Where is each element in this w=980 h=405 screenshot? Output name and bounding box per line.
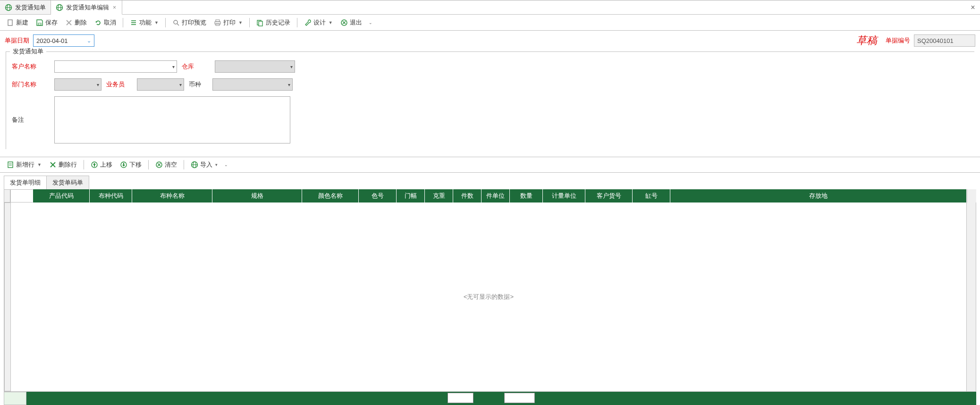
- row-indicator-header: [4, 189, 10, 202]
- new-button[interactable]: 新建: [4, 17, 31, 28]
- column-header-vat_no[interactable]: 缸号: [633, 189, 670, 202]
- column-header-color_no[interactable]: 色号: [359, 189, 397, 202]
- column-header-weight[interactable]: 克重: [425, 189, 453, 202]
- svg-line-14: [177, 24, 179, 25]
- history-icon: [256, 19, 264, 26]
- column-header-qty[interactable]: 数量: [510, 189, 543, 202]
- footer-cell-location: [664, 392, 976, 405]
- column-header-pieces[interactable]: 件数: [453, 189, 482, 202]
- functions-button[interactable]: 功能 ▼: [127, 17, 161, 28]
- tab-shipping-notice-edit[interactable]: 发货通知单编辑 ×: [51, 0, 122, 15]
- chevron-down-icon: ▼: [154, 20, 159, 25]
- column-header-cloth_name[interactable]: 布种名称: [132, 189, 212, 202]
- save-button[interactable]: 保存: [33, 17, 60, 28]
- chevron-down-icon: ▼: [37, 162, 42, 167]
- add-row-button[interactable]: 新增行 ▼: [4, 159, 44, 170]
- delete-button[interactable]: 删除: [62, 17, 90, 28]
- clear-icon: [155, 161, 163, 169]
- tab-shipping-notice[interactable]: 发货通知单: [0, 0, 51, 14]
- chevron-down-icon: ⌄: [87, 38, 91, 44]
- currency-combo[interactable]: ▾: [212, 78, 293, 91]
- design-button[interactable]: 设计 ▼: [301, 17, 336, 28]
- delete-row-icon: [49, 161, 57, 169]
- vertical-scrollbar[interactable]: [966, 202, 976, 391]
- detail-toolbar: 新增行 ▼ 删除行 上移 下移 清空 导入 ▾ ⌄: [0, 157, 980, 173]
- chevron-down-icon: ▾: [179, 82, 182, 87]
- history-button[interactable]: 历史记录: [253, 17, 293, 28]
- chevron-down-icon: ▾: [290, 64, 293, 69]
- svg-rect-15: [216, 20, 220, 22]
- column-header-unit[interactable]: 计量单位: [543, 189, 585, 202]
- import-button[interactable]: 导入 ▾: [188, 159, 220, 170]
- tab-label: 发货通知单编辑: [66, 3, 109, 12]
- arrow-up-icon: [91, 161, 98, 169]
- column-header-product_code[interactable]: 产品代码: [33, 189, 90, 202]
- warehouse-label: 仓库: [182, 62, 210, 71]
- arrow-down-icon: [120, 161, 127, 169]
- move-down-button[interactable]: 下移: [117, 159, 144, 170]
- department-combo[interactable]: ▾: [54, 78, 101, 91]
- date-input[interactable]: 2020-04-01 ⌄: [33, 34, 94, 47]
- tab-detail[interactable]: 发货单明细: [4, 176, 47, 189]
- separator: [123, 18, 123, 27]
- chevron-down-icon: ▾: [288, 82, 290, 87]
- globe-icon: [56, 4, 63, 11]
- remarks-input[interactable]: [54, 96, 290, 143]
- customer-label: 客户名称: [12, 62, 50, 71]
- exit-button[interactable]: 退出: [338, 17, 365, 28]
- overflow-icon[interactable]: ⌄: [369, 20, 372, 25]
- status-stamp: 草稿: [856, 34, 877, 48]
- window-close-button[interactable]: ×: [966, 0, 980, 14]
- separator: [297, 18, 297, 27]
- form-fieldset: 发货通知单 客户名称 ▾ 仓库 ▾ 部门名称 ▾ 业务员 ▾ 币种 ▾ 备注: [6, 51, 974, 149]
- clear-button[interactable]: 清空: [152, 159, 180, 170]
- header-row: 单据日期 2020-04-01 ⌄ 草稿 单据编号 SQ20040101: [0, 31, 980, 51]
- salesman-label: 业务员: [106, 80, 132, 89]
- column-header-location[interactable]: 存放地: [670, 189, 967, 202]
- close-icon[interactable]: ×: [112, 4, 117, 11]
- footer-cell-cloth_name: [126, 392, 206, 405]
- cancel-button[interactable]: 取消: [92, 17, 119, 28]
- column-header-rowsel[interactable]: [10, 189, 33, 202]
- chevron-down-icon: ▾: [97, 82, 99, 87]
- detail-tabs: 发货单明细 发货单码单: [0, 173, 980, 189]
- svg-rect-19: [259, 21, 262, 26]
- chevron-down-icon: ▾: [215, 162, 218, 167]
- column-header-cloth_code[interactable]: 布种代码: [90, 189, 132, 202]
- customer-combo[interactable]: ▾: [54, 60, 177, 73]
- column-header-color_name[interactable]: 颜色名称: [302, 189, 359, 202]
- delete-row-button[interactable]: 删除行: [46, 159, 80, 170]
- separator: [184, 160, 184, 169]
- footer-cell-qty: [503, 392, 536, 405]
- grid-footer: [26, 392, 976, 405]
- warehouse-combo[interactable]: ▾: [215, 60, 295, 73]
- tab-label: 发货通知单: [15, 3, 46, 12]
- undo-icon: [94, 19, 102, 26]
- remarks-label: 备注: [12, 116, 50, 124]
- row-indicator-col: [4, 202, 11, 391]
- separator: [148, 160, 149, 169]
- print-icon: [214, 19, 221, 26]
- footer-sum-pieces: [448, 393, 473, 403]
- salesman-combo[interactable]: ▾: [137, 78, 184, 91]
- footer-cell-pieces: [447, 392, 475, 405]
- print-preview-button[interactable]: 打印预览: [169, 17, 209, 28]
- move-up-button[interactable]: 上移: [88, 159, 115, 170]
- column-header-spec[interactable]: 规格: [212, 189, 302, 202]
- print-button[interactable]: 打印 ▼: [211, 17, 245, 28]
- new-icon: [7, 19, 14, 26]
- overflow-icon[interactable]: ⌄: [224, 162, 228, 167]
- separator: [84, 160, 84, 169]
- column-header-customer_sku[interactable]: 客户货号: [585, 189, 633, 202]
- app-root: 发货通知单 发货通知单编辑 × × 新建 保存 删除 取消: [0, 0, 980, 405]
- separator: [165, 18, 166, 27]
- column-header-piece_unit[interactable]: 件单位: [482, 189, 510, 202]
- globe-icon: [5, 4, 12, 11]
- column-header-width[interactable]: 门幅: [397, 189, 425, 202]
- tab-codes[interactable]: 发货单码单: [46, 176, 89, 189]
- fieldset-legend: 发货通知单: [10, 47, 46, 56]
- footer-cell-product_code: [26, 392, 83, 405]
- chevron-down-icon: ▼: [329, 20, 333, 25]
- chevron-down-icon: ▾: [172, 64, 175, 69]
- grid-empty-text: <无可显示的数据>: [11, 202, 966, 391]
